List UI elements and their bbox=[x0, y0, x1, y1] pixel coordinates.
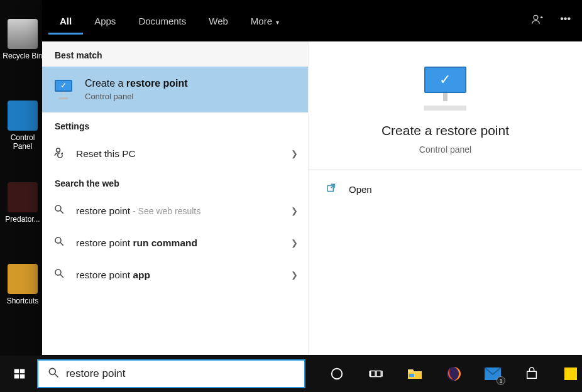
result-label: Reset this PC bbox=[76, 148, 281, 160]
action-open[interactable]: Open bbox=[309, 170, 582, 209]
desktop-icon-recycle-bin[interactable]: Recycle Bin bbox=[3, 19, 43, 60]
tab-web[interactable]: Web bbox=[197, 9, 239, 33]
predator-icon bbox=[8, 182, 38, 212]
svg-rect-11 bbox=[14, 374, 19, 379]
result-label: restore point - See web results bbox=[76, 205, 281, 217]
svg-rect-9 bbox=[14, 369, 19, 374]
svg-point-1 bbox=[57, 148, 60, 152]
windows-logo-icon bbox=[13, 368, 26, 380]
restore-point-icon: ✓ bbox=[52, 80, 75, 100]
open-icon bbox=[326, 183, 338, 196]
preview-hero: ✓ Create a restore point Control panel bbox=[309, 41, 582, 170]
svg-rect-16 bbox=[371, 371, 375, 376]
chevron-right-icon: ❯ bbox=[291, 149, 298, 158]
preview-title: Create a restore point bbox=[321, 123, 569, 138]
taskbar: 1 bbox=[0, 356, 582, 392]
notes-icon[interactable] bbox=[562, 365, 579, 383]
explorer-icon[interactable] bbox=[406, 365, 424, 383]
search-icon bbox=[52, 236, 66, 250]
result-web-run-command[interactable]: restore point run command ❯ bbox=[42, 227, 308, 259]
svg-line-7 bbox=[60, 275, 63, 278]
desktop-icon-label: Recycle Bin bbox=[3, 52, 43, 60]
result-label: restore point app bbox=[76, 270, 281, 281]
best-match-subtitle: Control panel bbox=[85, 92, 188, 101]
chevron-right-icon: ❯ bbox=[291, 206, 298, 215]
firefox-icon[interactable] bbox=[445, 365, 463, 383]
feedback-icon[interactable] bbox=[531, 13, 544, 28]
mail-badge: 1 bbox=[497, 376, 505, 385]
best-match-text: Create a restore point Control panel bbox=[85, 78, 188, 101]
svg-rect-10 bbox=[20, 369, 25, 374]
desktop-icon-control-panel[interactable]: Control Panel bbox=[3, 101, 43, 151]
best-match-result[interactable]: ✓ Create a restore point Control panel bbox=[42, 67, 308, 112]
store-icon[interactable] bbox=[523, 365, 541, 383]
search-icon bbox=[52, 268, 66, 282]
preview-column: ✓ Create a restore point Control panel O… bbox=[309, 41, 582, 355]
svg-point-0 bbox=[534, 15, 538, 19]
chevron-right-icon: ❯ bbox=[291, 238, 298, 248]
cortana-icon[interactable] bbox=[328, 365, 346, 383]
best-match-title-bold: restore point bbox=[126, 78, 188, 89]
best-match-title-prefix: Create a bbox=[85, 78, 126, 89]
svg-rect-21 bbox=[409, 374, 414, 377]
folder-icon bbox=[8, 264, 38, 294]
result-reset-pc[interactable]: Reset this PC ❯ bbox=[42, 138, 308, 170]
taskbar-search-box[interactable] bbox=[37, 359, 305, 388]
svg-rect-12 bbox=[20, 374, 25, 379]
settings-header: Settings bbox=[42, 112, 308, 138]
svg-point-2 bbox=[55, 205, 61, 211]
result-web-restore-point[interactable]: restore point - See web results ❯ bbox=[42, 195, 308, 227]
preview-icon: ✓ bbox=[419, 67, 472, 111]
svg-point-13 bbox=[49, 368, 55, 374]
svg-line-14 bbox=[55, 374, 58, 377]
search-tabs: All Apps Documents Web More ••• bbox=[42, 0, 582, 41]
search-icon bbox=[52, 204, 66, 218]
desktop-icon-shortcuts[interactable]: Shortcuts bbox=[3, 264, 43, 305]
best-match-header: Best match bbox=[42, 41, 308, 67]
recycle-bin-icon bbox=[8, 19, 38, 49]
preview-subtitle: Control panel bbox=[321, 144, 569, 155]
mail-icon[interactable]: 1 bbox=[484, 365, 502, 383]
results-column: Best match ✓ Create a restore point Cont… bbox=[42, 41, 309, 355]
desktop-icon-predator[interactable]: Predator... bbox=[3, 182, 43, 224]
more-options-icon[interactable]: ••• bbox=[560, 13, 571, 28]
svg-point-4 bbox=[55, 237, 61, 243]
chevron-right-icon: ❯ bbox=[291, 270, 298, 280]
search-icon bbox=[47, 366, 60, 382]
svg-line-5 bbox=[60, 242, 63, 246]
search-panel: All Apps Documents Web More ••• Best mat… bbox=[42, 0, 582, 355]
reset-icon bbox=[52, 146, 66, 161]
svg-rect-17 bbox=[376, 371, 381, 376]
tab-documents[interactable]: Documents bbox=[127, 9, 197, 33]
search-input[interactable] bbox=[66, 368, 295, 380]
web-header: Search the web bbox=[42, 170, 308, 195]
control-panel-icon bbox=[8, 101, 38, 131]
desktop-icon-label: Shortcuts bbox=[3, 297, 43, 305]
result-web-app[interactable]: restore point app ❯ bbox=[42, 259, 308, 291]
tab-all[interactable]: All bbox=[48, 8, 83, 35]
svg-line-3 bbox=[60, 210, 63, 214]
svg-point-15 bbox=[332, 369, 343, 379]
tab-apps[interactable]: Apps bbox=[83, 9, 127, 33]
desktop-icon-label: Control Panel bbox=[3, 133, 43, 151]
action-label: Open bbox=[349, 184, 372, 195]
desktop-icon-label: Predator... bbox=[3, 215, 43, 224]
start-button[interactable] bbox=[3, 357, 37, 390]
taskview-icon[interactable] bbox=[367, 365, 385, 383]
tab-more[interactable]: More bbox=[239, 9, 290, 33]
search-body: Best match ✓ Create a restore point Cont… bbox=[42, 41, 582, 355]
result-label: restore point run command bbox=[76, 237, 281, 249]
svg-point-6 bbox=[55, 270, 61, 275]
taskbar-pinned-icons: 1 bbox=[305, 365, 579, 383]
